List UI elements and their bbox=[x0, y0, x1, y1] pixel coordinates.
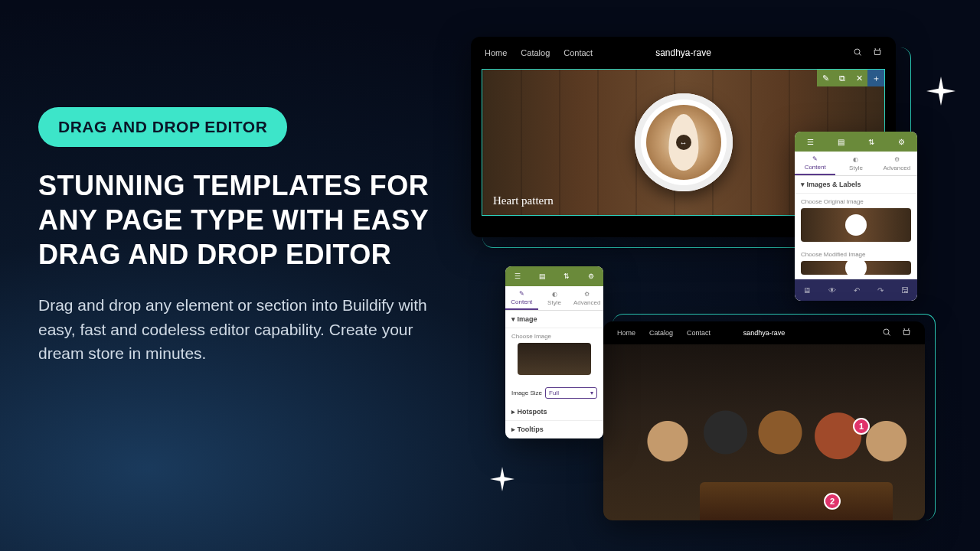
redo-icon[interactable]: ↷ bbox=[877, 286, 884, 295]
svg-line-3 bbox=[888, 334, 890, 336]
tree-icon[interactable]: ⇅ bbox=[868, 138, 874, 146]
hotspot-1[interactable]: 1 bbox=[853, 418, 870, 435]
section-tooltips[interactable]: ▸ Tooltips bbox=[505, 421, 603, 439]
site-header: Home Catalog Contact sandhya-rave bbox=[471, 37, 896, 69]
modified-image-thumb[interactable] bbox=[801, 261, 911, 275]
tab-content[interactable]: ✎Content bbox=[795, 152, 835, 175]
description: Drag and drop any element or section int… bbox=[38, 293, 436, 366]
search-icon[interactable] bbox=[853, 47, 862, 58]
gear-icon[interactable]: ⚙ bbox=[588, 272, 594, 280]
tree-icon[interactable]: ⇅ bbox=[564, 272, 570, 280]
image-size-row: Image Size Full▾ bbox=[505, 383, 603, 403]
hotspot-image[interactable]: 1 2 bbox=[603, 344, 925, 520]
layers-icon[interactable]: ▤ bbox=[539, 272, 546, 280]
eye-icon[interactable]: 👁 bbox=[828, 286, 836, 295]
headline: STUNNING TEMPLATES FOR ANY PAGE TYPE WIT… bbox=[38, 168, 436, 272]
image-size-label: Image Size bbox=[511, 390, 542, 396]
site-header: Home Catalog Contact sandhya-rave bbox=[603, 321, 925, 344]
panel-toolbar: ☰ ▤ ⇅ ⚙ bbox=[795, 132, 917, 152]
nav-catalog[interactable]: Catalog bbox=[521, 48, 550, 57]
save-icon[interactable]: 🖫 bbox=[901, 286, 909, 295]
delete-icon[interactable]: ✕ bbox=[851, 70, 867, 86]
cart-icon[interactable] bbox=[873, 47, 882, 58]
tab-style[interactable]: ◐Style bbox=[538, 286, 571, 310]
svg-point-0 bbox=[854, 49, 860, 54]
add-icon[interactable]: ＋ bbox=[867, 70, 884, 86]
nav-catalog[interactable]: Catalog bbox=[649, 329, 673, 337]
nav-contact[interactable]: Contact bbox=[687, 329, 710, 337]
menu-icon[interactable]: ☰ bbox=[514, 272, 521, 280]
sparkle-icon bbox=[926, 77, 956, 106]
preview-card-bottom: Home Catalog Contact sandhya-rave 1 2 bbox=[603, 321, 925, 520]
image-size-select[interactable]: Full▾ bbox=[545, 387, 597, 399]
menu-icon[interactable]: ☰ bbox=[807, 138, 814, 146]
tab-style[interactable]: ◐Style bbox=[835, 152, 876, 175]
nav-home[interactable]: Home bbox=[485, 48, 507, 57]
tab-advanced[interactable]: ⚙Advanced bbox=[570, 286, 603, 310]
section-hotspots[interactable]: ▸ Hotspots bbox=[505, 403, 603, 421]
marketing-copy: DRAG AND DROP EDITOR STUNNING TEMPLATES … bbox=[38, 107, 436, 366]
feature-pill: DRAG AND DROP EDITOR bbox=[38, 107, 287, 147]
edit-icon[interactable]: ✎ bbox=[817, 70, 834, 86]
section-image[interactable]: ▾ Image bbox=[505, 311, 603, 328]
image-thumb[interactable] bbox=[518, 343, 591, 375]
desktop-icon[interactable]: 🖥 bbox=[803, 286, 811, 295]
table bbox=[700, 482, 893, 520]
nav-home[interactable]: Home bbox=[617, 329, 635, 337]
search-icon[interactable] bbox=[882, 328, 891, 338]
hero-caption: Heart pattern bbox=[493, 194, 554, 207]
site-title: sandhya-rave bbox=[655, 47, 711, 58]
choose-image: Choose Image bbox=[505, 328, 603, 383]
hotspot-2[interactable]: 2 bbox=[824, 493, 841, 510]
panel-tabs: ✎Content ◐Style ⚙Advanced bbox=[505, 286, 603, 311]
editor-panel-bottom: ☰ ▤ ⇅ ⚙ ✎Content ◐Style ⚙Advanced ▾ Imag… bbox=[505, 266, 603, 439]
svg-point-2 bbox=[884, 329, 889, 334]
original-image-thumb[interactable] bbox=[801, 208, 911, 242]
gear-icon[interactable]: ⚙ bbox=[898, 138, 905, 146]
panel-toolbar: ☰ ▤ ⇅ ⚙ bbox=[505, 266, 603, 286]
panel-footer: 🖥 👁 ↶ ↷ 🖫 bbox=[795, 279, 917, 301]
panel-tabs: ✎Content ◐Style ⚙Advanced bbox=[795, 152, 917, 176]
choose-modified-image: Choose Modified Image bbox=[795, 246, 917, 279]
tab-advanced[interactable]: ⚙Advanced bbox=[877, 152, 917, 175]
undo-icon[interactable]: ↶ bbox=[854, 286, 860, 295]
site-title: sandhya-rave bbox=[743, 329, 786, 337]
tab-content[interactable]: ✎Content bbox=[505, 286, 538, 310]
nav-contact[interactable]: Contact bbox=[564, 48, 593, 57]
compare-slider-handle[interactable]: ↔ bbox=[676, 135, 691, 150]
layers-icon[interactable]: ▤ bbox=[838, 138, 844, 146]
editor-panel-top: ☰ ▤ ⇅ ⚙ ✎Content ◐Style ⚙Advanced ▾ Imag… bbox=[795, 132, 917, 301]
section-images-labels[interactable]: ▾ Images & Labels bbox=[795, 176, 917, 194]
choose-original-image: Choose Original Image bbox=[795, 194, 917, 246]
sparkle-icon bbox=[490, 467, 514, 491]
duplicate-icon[interactable]: ⧉ bbox=[834, 70, 851, 86]
element-toolbar: ✎ ⧉ ✕ ＋ bbox=[817, 70, 884, 86]
cart-icon[interactable] bbox=[902, 328, 911, 338]
svg-line-1 bbox=[859, 54, 861, 56]
